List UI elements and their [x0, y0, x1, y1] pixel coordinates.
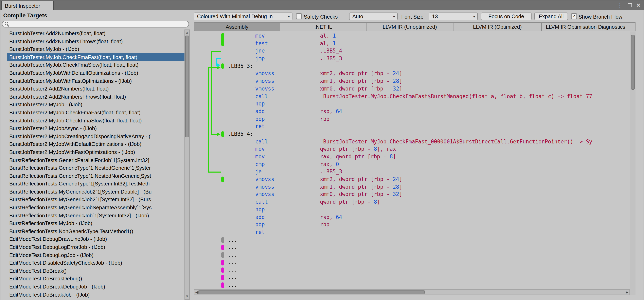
- tab-label: LLVM IR Optimisation Diagnostics: [546, 24, 626, 30]
- list-item[interactable]: BurstJobTester2.MyJobAsync - (IJob): [7, 124, 184, 132]
- list-item[interactable]: BurstReflectionTests.GenericType`1.Neste…: [7, 164, 184, 172]
- code-line: ...: [190, 282, 630, 289]
- list-item[interactable]: BurstReflectionTests.MyGenericJob2`1[Sys…: [7, 188, 184, 196]
- list-item[interactable]: BurstJobTester.MyJobWithDefaultOptimizat…: [7, 69, 184, 77]
- list-item[interactable]: BurstReflectionTests.MyGenericJob2`1[Sys…: [7, 196, 184, 204]
- tab-assembly[interactable]: Assembly: [194, 22, 280, 31]
- list-item[interactable]: BurstJobTester.Add2NumbersThrows(float, …: [7, 37, 184, 45]
- list-item[interactable]: BurstReflectionTests.MyGenericJobSeparat…: [7, 204, 184, 212]
- font-size-label: Font Size: [401, 14, 424, 20]
- list-item[interactable]: BurstReflectionTests.GenericParallelForJ…: [7, 156, 184, 164]
- code-line: jmp.LBB5_3: [190, 55, 630, 62]
- scroll-down-icon[interactable]: ▼: [185, 294, 189, 299]
- list-item[interactable]: EditModeTest.DoBreakDebug(): [7, 275, 184, 283]
- list-item[interactable]: EditModeTest.DoBreak(): [7, 267, 184, 275]
- code-line: call"BurstJobTester.MyJob.CheckFmaFast_0…: [190, 138, 630, 145]
- branch-flow-checkbox[interactable]: ✓: [571, 13, 577, 19]
- tab-llvm-ir-optimized-[interactable]: LLVM IR (Optimized): [454, 22, 542, 31]
- safety-checks-label: Safety Checks: [304, 14, 338, 20]
- list-item[interactable]: EditModeTest.DebugDrawLineJob - (IJob): [7, 235, 184, 243]
- list-item[interactable]: EditModeTest.DebugLogErrorJob - (IJob): [7, 243, 184, 251]
- code-line: vmovssxmm0, dword ptr [rbp - 32]: [190, 191, 630, 198]
- code-lines: moval, 1testal, 1jne.LBB5_4jmp.LBB5_3.LB…: [190, 32, 630, 289]
- code-line: je.LBB5_3: [190, 168, 630, 176]
- checkmark-icon: ✓: [572, 14, 576, 18]
- panel-title: Compile Targets: [3, 12, 47, 18]
- code-line: vmovssxmm2, dword ptr [rbp - 24]: [190, 176, 630, 183]
- code-line: moval, 1: [190, 32, 630, 40]
- code-vertical-scrollbar-thumb[interactable]: [631, 35, 635, 90]
- close-icon[interactable]: ×: [636, 2, 640, 8]
- tab-label: LLVM IR (Optimized): [473, 24, 522, 30]
- font-size-dropdown[interactable]: 13 ▼: [429, 12, 478, 20]
- list-item[interactable]: BurstJobTester2.MyJob.CheckFmaFast(float…: [7, 109, 184, 117]
- code-line: jne.LBB5_4: [190, 47, 630, 55]
- search-icon: [5, 22, 9, 26]
- code-line: vmovssxmm2, dword ptr [rbp - 24]: [190, 70, 630, 78]
- focus-on-code-button[interactable]: Focus on Code: [481, 12, 532, 20]
- scroll-right-icon[interactable]: ▶: [624, 290, 630, 295]
- maximize-icon[interactable]: [628, 3, 632, 7]
- menu-icon[interactable]: ⋮: [617, 2, 623, 8]
- list-item[interactable]: BurstJobTester.MyJob.CheckFmaFast(float,…: [7, 53, 184, 61]
- expand-all-button-label: Expand All: [539, 13, 564, 19]
- burst-inspector-window: Burst Inspector ⋮ × Compile Targets Burs…: [0, 0, 644, 300]
- list-item[interactable]: BurstJobTester.Add2Numbers(float, float): [7, 29, 184, 37]
- tab-label: .NET IL: [314, 24, 332, 30]
- list-item[interactable]: BurstJobTester2.MyJobCreatingAndDisposin…: [7, 132, 184, 140]
- code-line: ...: [190, 259, 630, 266]
- expand-all-button[interactable]: Expand All: [534, 12, 568, 20]
- list-item[interactable]: BurstReflectionTests.MyGenericJob`1[Syst…: [7, 212, 184, 219]
- code-line: vmovssxmm1, dword ptr [rbp - 28]: [190, 78, 630, 85]
- code-line: cmprax, 0: [190, 161, 630, 168]
- tab-llvm-ir-unoptimized-[interactable]: LLVM IR (Unoptimized): [366, 22, 454, 31]
- code-line: poprbp: [190, 115, 630, 123]
- list-item[interactable]: BurstJobTester2.Add2Numbers(float, float…: [7, 85, 184, 93]
- chevron-down-icon: ▼: [472, 15, 476, 18]
- compile-target-list: BurstJobTester.Add2Numbers(float, float)…: [0, 29, 184, 300]
- code-vertical-scrollbar[interactable]: [630, 31, 636, 295]
- tab-llvm-ir-optimisation-diagnostics[interactable]: LLVM IR Optimisation Diagnostics: [542, 22, 636, 31]
- window-tab-burst-inspector[interactable]: Burst Inspector: [1, 1, 54, 10]
- list-item[interactable]: EditModeTest.DoBreakDebugJob - (IJob): [7, 283, 184, 291]
- list-item[interactable]: BurstReflectionTests.NonGenericType.Test…: [7, 228, 184, 235]
- code-line: movrax, qword ptr [rbp - 8]: [190, 153, 630, 161]
- list-item[interactable]: EditModeTest.DisabledSafetyChecksJob - (…: [7, 259, 184, 267]
- title-bar: Burst Inspector ⋮ ×: [0, 0, 644, 10]
- code-line: call"BurstJobTester.MyJob.CheckFmaFast$B…: [190, 93, 630, 100]
- code-horizontal-scrollbar-thumb[interactable]: [198, 290, 425, 294]
- list-item[interactable]: BurstJobTester2.MyJob.CheckFmaSlow(float…: [7, 117, 184, 124]
- list-item[interactable]: BurstJobTester2.MyJobWithFastOptimizatio…: [7, 148, 184, 156]
- list-item[interactable]: BurstReflectionTests.MyJob - (IJob): [7, 220, 184, 228]
- code-view-dropdown-value: Coloured With Minimal Debug In: [197, 13, 273, 19]
- code-panel: Coloured With Minimal Debug In ▼ ✓ Safet…: [190, 10, 644, 300]
- code-line: ...: [190, 244, 630, 251]
- list-item[interactable]: BurstJobTester2.Add2NumbersThrows(float,…: [7, 93, 184, 101]
- scroll-up-icon[interactable]: ▲: [185, 30, 189, 35]
- safety-checks-checkbox[interactable]: ✓: [296, 13, 302, 19]
- list-item[interactable]: BurstJobTester.MyJobWithFastOptimization…: [7, 77, 184, 85]
- list-item[interactable]: BurstReflectionTests.GenericType`1[Syste…: [7, 180, 184, 188]
- search-box[interactable]: [2, 20, 189, 27]
- code-line: poprbp: [190, 221, 630, 229]
- safety-mode-dropdown[interactable]: Auto ▼: [349, 12, 398, 20]
- list-item[interactable]: EditModeTest.DoBreakJob - (IJob): [7, 291, 184, 299]
- code-horizontal-scrollbar[interactable]: ◀ ▶: [194, 289, 630, 295]
- code-line: ret: [190, 123, 630, 130]
- assembly-code-area: moval, 1testal, 1jne.LBB5_4jmp.LBB5_3.LB…: [190, 31, 636, 300]
- list-item[interactable]: BurstJobTester2.MyJobWithDefaultOptimiza…: [7, 140, 184, 148]
- list-item[interactable]: BurstReflectionTests.GenericType`1.Neste…: [7, 172, 184, 180]
- list-scrollbar[interactable]: ▲ ▼: [184, 29, 190, 300]
- list-item[interactable]: BurstJobTester.MyJob - (IJob): [7, 45, 184, 53]
- code-line: .LBB5_4:: [190, 130, 630, 138]
- list-scrollbar-thumb[interactable]: [185, 35, 189, 137]
- list-item[interactable]: BurstJobTester2.MyJob - (IJob): [7, 101, 184, 109]
- window-controls: ⋮ ×: [617, 0, 640, 10]
- list-item[interactable]: EditModeTest.DebugLogJob - (IJob): [7, 251, 184, 259]
- chevron-down-icon: ▼: [392, 15, 396, 18]
- code-view-dropdown[interactable]: Coloured With Minimal Debug In ▼: [194, 12, 292, 20]
- list-item[interactable]: BurstJobTester.MyJob.CheckFmaSlow(float,…: [7, 61, 184, 69]
- search-input[interactable]: [9, 21, 188, 27]
- tab--net-il[interactable]: .NET IL: [280, 22, 366, 31]
- code-line: vmovssxmm1, dword ptr [rbp - 28]: [190, 183, 630, 191]
